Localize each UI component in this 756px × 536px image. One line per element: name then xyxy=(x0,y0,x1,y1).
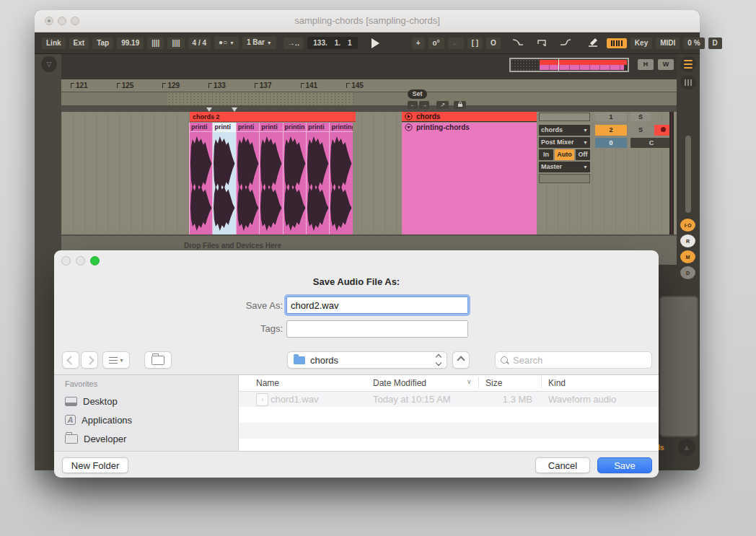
track2-send-knob[interactable]: 0 xyxy=(595,138,627,148)
automation-curve-icon[interactable] xyxy=(555,36,576,50)
column-date-modified[interactable]: Date Modified xyxy=(373,378,426,388)
audio-clip-printing-chords[interactable]: printi xyxy=(189,123,212,234)
track-scroll-lines xyxy=(669,112,675,234)
nudge-down-button[interactable]: |||| xyxy=(147,38,164,49)
overdub-button[interactable]: D xyxy=(708,38,722,49)
time-signature-field[interactable]: 4 / 4 xyxy=(188,38,211,49)
overview-height-button[interactable]: H xyxy=(638,59,654,70)
search-field[interactable] xyxy=(495,351,652,369)
dialog-close-icon[interactable] xyxy=(61,256,71,265)
clip-title: printi xyxy=(260,123,282,132)
track2-post-mixer-select[interactable]: Post Mixer▼ xyxy=(539,137,590,148)
audio-clip-printing-chords[interactable]: printin xyxy=(283,123,306,234)
track1-number[interactable]: 1 xyxy=(595,113,627,121)
location-dropdown[interactable]: chords xyxy=(287,351,447,369)
back-button[interactable] xyxy=(62,351,79,369)
show-browser-icon[interactable]: ▽ xyxy=(41,56,57,72)
cancel-button[interactable]: Cancel xyxy=(535,457,590,473)
show-io-toggle[interactable]: I·O xyxy=(680,219,695,232)
dialog-zoom-icon[interactable] xyxy=(90,256,100,265)
track1-solo-button[interactable]: S xyxy=(630,113,651,121)
column-name[interactable]: Name xyxy=(256,378,279,388)
track2-number[interactable]: 2 xyxy=(595,125,627,136)
track-header-printing-chords[interactable]: printing-chords xyxy=(402,123,537,234)
unfold-track-icon[interactable] xyxy=(405,113,413,122)
linked-track-icon[interactable]: ↗ xyxy=(436,101,449,109)
arrangement-clip-chords2[interactable]: chords 2 xyxy=(190,112,356,122)
tags-input[interactable] xyxy=(286,320,468,338)
back-to-arrangement-icon[interactable]: ← xyxy=(448,38,464,49)
audio-clip-printing-chords[interactable]: printi xyxy=(236,123,259,234)
region-loop-icon[interactable] xyxy=(532,36,552,50)
search-input[interactable] xyxy=(511,354,646,366)
draw-mode-pencil-icon[interactable] xyxy=(583,35,603,50)
audio-clip-printing-chords[interactable]: printi xyxy=(212,123,235,234)
loop-region[interactable] xyxy=(167,92,353,105)
quantize-menu[interactable]: 1 Bar ▼ xyxy=(242,37,276,49)
fold-track-icon[interactable] xyxy=(405,123,413,133)
capture-midi-icon[interactable]: o° xyxy=(428,38,444,49)
sidebar-item-desktop[interactable]: Desktop xyxy=(65,394,118,408)
computer-midi-keyboard-icon[interactable] xyxy=(607,38,627,48)
midi-map-button[interactable]: MIDI xyxy=(656,38,680,49)
column-kind[interactable]: Kind xyxy=(548,378,566,388)
tempo-field[interactable]: 99.19 xyxy=(117,38,144,49)
track2-solo-button[interactable]: S xyxy=(630,125,651,136)
show-mixer-toggle[interactable]: M xyxy=(680,250,695,263)
set-marker-button[interactable]: Set xyxy=(408,89,427,99)
follow-button[interactable]: →‥ xyxy=(284,38,304,49)
beat-time-ruler[interactable]: 121125129133137141145 xyxy=(61,79,677,92)
printing-chords-clips: printiprintiprintiprintiprintinprintipri… xyxy=(189,123,353,234)
track2-output-select[interactable]: Master▼ xyxy=(539,162,590,172)
show-detail-view-icon[interactable]: ▲ xyxy=(678,439,695,456)
show-returns-toggle[interactable]: R xyxy=(680,234,695,247)
loop-switch-icon[interactable]: O xyxy=(486,38,501,49)
next-marker-icon[interactable]: → xyxy=(419,101,429,109)
sidebar-item-applications[interactable]: AApplications xyxy=(65,413,132,427)
loop-start-marker[interactable] xyxy=(206,107,212,112)
ext-button[interactable]: Ext xyxy=(69,38,89,49)
dialog-minimize-icon[interactable] xyxy=(76,256,85,265)
track2-crossfade-button[interactable]: C xyxy=(630,138,672,148)
arrangement-view-toggle-icon[interactable] xyxy=(680,75,696,89)
filename-input[interactable] xyxy=(286,296,468,314)
nudge-up-button[interactable]: |||| xyxy=(167,38,184,49)
audio-clip-printing-chords[interactable]: printi xyxy=(259,123,282,234)
file-row[interactable]: ♪chord1.wavToday at 10:15 AM1.3 MBWavefo… xyxy=(239,391,659,407)
monitor-off-button[interactable]: Off xyxy=(576,149,590,160)
play-icon[interactable] xyxy=(372,38,379,48)
new-midi-button[interactable]: + xyxy=(412,38,425,49)
scrub-area[interactable] xyxy=(61,92,677,105)
track-header-chords[interactable]: chords xyxy=(402,112,537,122)
link-button[interactable]: Link xyxy=(42,38,66,49)
new-folder-icon-button[interactable] xyxy=(144,351,172,369)
loop-end-marker[interactable] xyxy=(232,107,237,112)
punch-region-icon[interactable]: [ ] xyxy=(467,38,483,49)
column-size[interactable]: Size xyxy=(485,378,502,388)
sidebar-item-developer[interactable]: Developer xyxy=(65,431,126,446)
lock-envelopes-icon[interactable] xyxy=(454,101,466,109)
tap-button[interactable]: Tap xyxy=(92,38,113,49)
save-button[interactable]: Save xyxy=(597,457,652,473)
collapse-dialog-button[interactable] xyxy=(452,351,470,369)
view-mode-menu[interactable]: ▾ xyxy=(102,351,130,369)
track1-fader[interactable] xyxy=(539,113,590,121)
key-map-button[interactable]: Key xyxy=(630,38,652,49)
prev-marker-icon[interactable]: ← xyxy=(408,101,418,109)
track2-input-select[interactable]: chords▼ xyxy=(539,125,590,136)
show-delay-toggle[interactable]: D xyxy=(680,266,695,279)
arrangement-position-display[interactable]: 133. 1. 1 xyxy=(307,37,357,49)
arrangement-overview[interactable] xyxy=(509,58,629,72)
vertical-scrollbar[interactable] xyxy=(685,136,691,213)
overview-width-button[interactable]: W xyxy=(658,59,674,70)
monitor-auto-button[interactable]: Auto xyxy=(555,149,574,160)
session-view-toggle-icon[interactable] xyxy=(680,56,696,72)
audio-clip-printing-chords[interactable]: printi xyxy=(306,123,329,234)
new-folder-button[interactable]: New Folder xyxy=(62,457,128,473)
metronome-button[interactable]: ●○ ▼ xyxy=(214,37,239,49)
audio-clip-printing-chords[interactable]: printing xyxy=(329,123,352,234)
monitor-in-button[interactable]: In xyxy=(539,149,553,160)
track2-extra-box[interactable] xyxy=(539,174,590,183)
fade-curve-icon[interactable] xyxy=(508,36,528,50)
forward-button[interactable] xyxy=(81,351,98,369)
